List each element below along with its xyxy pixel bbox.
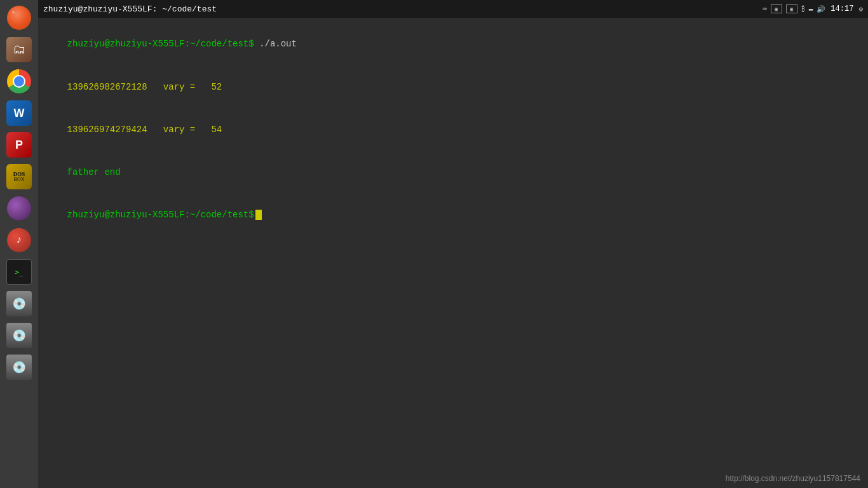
output-line-2: 139626974279424 vary = 54: [67, 125, 222, 135]
disk1-icon: 💿: [6, 291, 32, 316]
chrome-icon: [7, 69, 31, 93]
dock-item-presentation[interactable]: P: [4, 130, 34, 160]
dock-item-orb[interactable]: [4, 193, 34, 224]
wps-icon: W: [6, 100, 32, 126]
dock-item-chrome[interactable]: [4, 66, 34, 97]
system-tray: ⌨ ▣ ▣ ₿ ▬ 🔊: [763, 4, 825, 13]
dock-item-dos[interactable]: DOS BOX: [4, 161, 34, 192]
watermark: http://blog.csdn.net/zhuziyu1157817544: [726, 474, 860, 483]
terminal-line-1: zhuziyu@zhuziyu-X555LF:~/code/test$ ./a.…: [46, 23, 860, 65]
music-icon: ♪: [7, 228, 31, 252]
output-line-3: father end: [67, 167, 121, 177]
dock-item-wps[interactable]: W: [4, 98, 34, 128]
output-line-1: 139626982672128 vary = 52: [67, 82, 222, 92]
terminal-window[interactable]: zhuziyu@zhuziyu-X555LF:~/code/test$ ./a.…: [38, 18, 868, 488]
system-time: 14:17: [831, 4, 853, 13]
dock-item-music[interactable]: ♪: [4, 225, 34, 255]
ubuntu-icon: [7, 6, 31, 30]
command-1: ./a.out: [254, 39, 297, 49]
dock-item-ubuntu[interactable]: [4, 3, 34, 33]
tray-box1: ▣: [771, 4, 782, 13]
bluetooth-icon: ₿: [801, 5, 805, 13]
terminal-icon: >_: [6, 259, 32, 285]
titlebar: zhuziyu@zhuziyu-X555LF: ~/code/test ⌨ ▣ …: [38, 0, 868, 18]
orb-icon: [7, 196, 31, 220]
dock-item-terminal[interactable]: >_ ◀: [4, 257, 34, 287]
keyboard-indicator-icon: ⌨: [763, 5, 767, 13]
disk2-icon: 💿: [6, 323, 32, 348]
files-icon: 🗂: [6, 37, 32, 62]
dock-item-disk3[interactable]: 💿: [4, 352, 34, 383]
terminal-cursor: [255, 210, 262, 220]
terminal-line-2: 139626982672128 vary = 52: [46, 65, 860, 108]
battery-icon: ▬: [809, 5, 813, 13]
volume-icon: 🔊: [817, 5, 825, 13]
dos-icon: DOS BOX: [6, 164, 32, 189]
prompt-2: zhuziyu@zhuziyu-X555LF:~/code/test$: [67, 210, 254, 220]
disk3-icon: 💿: [6, 355, 32, 380]
terminal-line-4: father end: [46, 151, 860, 194]
power-settings-icon[interactable]: ⚙: [858, 5, 863, 13]
dock-item-disk2[interactable]: 💿: [4, 320, 34, 351]
window-title: zhuziyu@zhuziyu-X555LF: ~/code/test: [43, 4, 217, 14]
dock: 🗂 W P DOS BOX ♪ >_ ◀ 💿 💿 💿: [0, 0, 38, 488]
dock-item-files[interactable]: 🗂: [4, 34, 34, 65]
tray-box2: ▣: [786, 4, 797, 13]
terminal-line-5: zhuziyu@zhuziyu-X555LF:~/code/test$: [46, 194, 860, 236]
dock-item-disk1[interactable]: 💿: [4, 288, 34, 319]
prompt-1: zhuziyu@zhuziyu-X555LF:~/code/test$: [67, 39, 254, 49]
titlebar-right: ⌨ ▣ ▣ ₿ ▬ 🔊 14:17 ⚙: [763, 4, 863, 13]
terminal-line-3: 139626974279424 vary = 54: [46, 108, 860, 151]
presentation-icon: P: [6, 132, 32, 158]
